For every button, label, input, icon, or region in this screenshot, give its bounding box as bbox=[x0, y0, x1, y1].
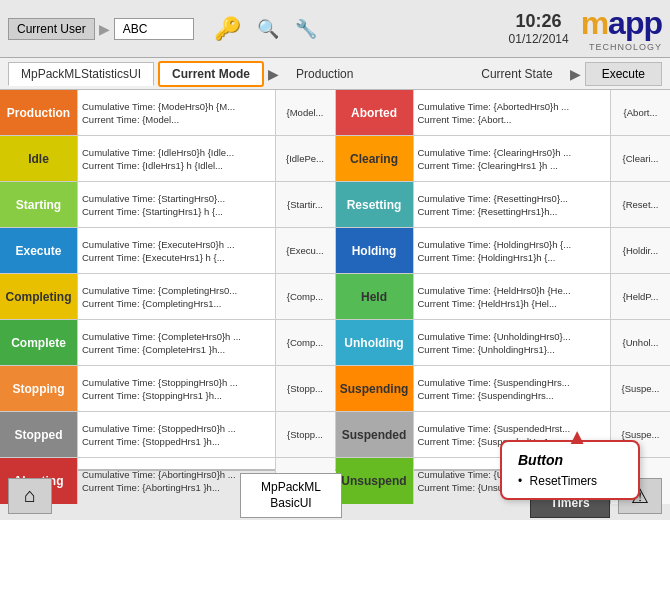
footer-mid: MpPackMLBasicUI bbox=[52, 473, 530, 518]
cumulative-time: Cumulative Time: {StoppingHrs0}h ... bbox=[82, 377, 271, 388]
header-left: Current User ▶ ABC 🔑 🔍 🔧 bbox=[8, 16, 509, 42]
cumulative-time: Cumulative Time: {HeldHrs0}h {He... bbox=[418, 285, 607, 296]
basic-ui-button[interactable]: MpPackMLBasicUI bbox=[240, 473, 342, 518]
nav-production[interactable]: Production bbox=[283, 62, 366, 86]
state-badge: Starting bbox=[0, 182, 78, 227]
key-icon[interactable]: 🔑 bbox=[214, 16, 241, 42]
cumulative-time: Cumulative Time: {SuspendingHrs... bbox=[418, 377, 607, 388]
right-state-row: Aborted Cumulative Time: {AbortedHrs0}h … bbox=[336, 90, 671, 136]
header: Current User ▶ ABC 🔑 🔍 🔧 10:26 01/12/201… bbox=[0, 0, 670, 58]
state-badge: Suspended bbox=[336, 412, 414, 457]
tooltip-popup: ▲ Button • ResetTimers bbox=[500, 440, 640, 500]
current-time: Current Time: {ClearingHrs1 }h ... bbox=[418, 160, 607, 171]
right-state-row: Resetting Cumulative Time: {ResettingHrs… bbox=[336, 182, 671, 228]
tooltip-item: • ResetTimers bbox=[518, 474, 622, 488]
state-value: {Abort... bbox=[610, 90, 670, 135]
state-badge: Idle bbox=[0, 136, 78, 181]
right-state-row: Holding Cumulative Time: {HoldingHrs0}h … bbox=[336, 228, 671, 274]
state-info: Cumulative Time: {IdleHrs0}h {Idle... Cu… bbox=[78, 136, 275, 181]
nav-arrow-2: ▶ bbox=[570, 66, 581, 82]
cumulative-time: Cumulative Time: {StartingHrs0}... bbox=[82, 193, 271, 204]
state-value: {Stopp... bbox=[275, 366, 335, 411]
state-info: Cumulative Time: {HeldHrs0}h {He... Curr… bbox=[414, 274, 611, 319]
user-label: Current User bbox=[8, 18, 95, 40]
state-badge: Held bbox=[336, 274, 414, 319]
settings-icon[interactable]: 🔧 bbox=[295, 18, 317, 40]
tooltip-bullet: • bbox=[518, 474, 522, 488]
user-value[interactable]: ABC bbox=[114, 18, 194, 40]
state-info: Cumulative Time: {StartingHrs0}... Curre… bbox=[78, 182, 275, 227]
left-state-row: Complete Cumulative Time: {CompleteHrs0}… bbox=[0, 320, 335, 366]
left-state-row: Stopping Cumulative Time: {StoppingHrs0}… bbox=[0, 366, 335, 412]
cumulative-time: Cumulative Time: {UnholdingHrs0}... bbox=[418, 331, 607, 342]
current-time: Current Time: {SuspendingHrs... bbox=[418, 390, 607, 401]
home-button[interactable]: ⌂ bbox=[8, 478, 52, 514]
nav-current-state[interactable]: Current State bbox=[468, 62, 565, 86]
state-badge: Aborted bbox=[336, 90, 414, 135]
left-state-row: Starting Cumulative Time: {StartingHrs0}… bbox=[0, 182, 335, 228]
current-time: Current Time: {HoldingHrs1}h {... bbox=[418, 252, 607, 263]
current-time: Current Time: {StartingHrs1} h {... bbox=[82, 206, 271, 217]
left-state-row: Stopped Cumulative Time: {StoppedHrs0}h … bbox=[0, 412, 335, 458]
cumulative-time: Cumulative Time: {ClearingHrs0}h ... bbox=[418, 147, 607, 158]
state-info: Cumulative Time: {StoppedHrs0}h ... Curr… bbox=[78, 412, 275, 457]
cumulative-time: Cumulative Time: {CompleteHrs0}h ... bbox=[82, 331, 271, 342]
left-state-row: Completing Cumulative Time: {CompletingH… bbox=[0, 274, 335, 320]
nav-arrow-1: ▶ bbox=[268, 66, 279, 82]
state-value: {Comp... bbox=[275, 274, 335, 319]
right-state-row: Unholding Cumulative Time: {UnholdingHrs… bbox=[336, 320, 671, 366]
state-info: Cumulative Time: {ResettingHrs0}... Curr… bbox=[414, 182, 611, 227]
current-time: Current Time: {Abort... bbox=[418, 114, 607, 125]
current-time: Current Time: {IdleHrs1} h {Idlel... bbox=[82, 160, 271, 171]
main-content: Production Cumulative Time: {ModeHrs0}h … bbox=[0, 90, 670, 470]
state-info: Cumulative Time: {HoldingHrs0}h {... Cur… bbox=[414, 228, 611, 273]
current-time: Current Time: {ExecuteHrs1} h {... bbox=[82, 252, 271, 263]
state-value: {Startir... bbox=[275, 182, 335, 227]
state-value: {Comp... bbox=[275, 320, 335, 365]
state-badge: Completing bbox=[0, 274, 78, 319]
state-value: {Suspe... bbox=[610, 366, 670, 411]
current-time: Current Time: {CompleteHrs1 }h... bbox=[82, 344, 271, 355]
current-time: Current Time: {UnholdingHrs1}... bbox=[418, 344, 607, 355]
current-time: Current Time: {StoppedHrs1 }h... bbox=[82, 436, 271, 447]
cumulative-time: Cumulative Time: {ExecuteHrs0}h ... bbox=[82, 239, 271, 250]
cumulative-time: Cumulative Time: {IdleHrs0}h {Idle... bbox=[82, 147, 271, 158]
current-time: Current Time: {HeldHrs1}h {Hel... bbox=[418, 298, 607, 309]
right-state-row: Clearing Cumulative Time: {ClearingHrs0}… bbox=[336, 136, 671, 182]
right-state-row: Held Cumulative Time: {HeldHrs0}h {He...… bbox=[336, 274, 671, 320]
state-info: Cumulative Time: {CompleteHrs0}h ... Cur… bbox=[78, 320, 275, 365]
cumulative-time: Cumulative Time: {AbortedHrs0}h ... bbox=[418, 101, 607, 112]
search-icon[interactable]: 🔍 bbox=[257, 18, 279, 40]
mapp-tech: TECHNOLOGY bbox=[589, 42, 662, 52]
state-badge: Suspending bbox=[336, 366, 414, 411]
state-value: {Reset... bbox=[610, 182, 670, 227]
state-badge: Production bbox=[0, 90, 78, 135]
current-time: Current Time: {Model... bbox=[82, 114, 271, 125]
state-badge: Holding bbox=[336, 228, 414, 273]
current-time: Current Time: {ResettingHrs1}h... bbox=[418, 206, 607, 217]
left-column: Production Cumulative Time: {ModeHrs0}h … bbox=[0, 90, 336, 469]
state-info: Cumulative Time: {AbortedHrs0}h ... Curr… bbox=[414, 90, 611, 135]
navbar: MpPackMLStatisticsUI Current Mode ▶ Prod… bbox=[0, 58, 670, 90]
state-value: {Model... bbox=[275, 90, 335, 135]
left-state-row: Execute Cumulative Time: {ExecuteHrs0}h … bbox=[0, 228, 335, 274]
arrow-icon: ▶ bbox=[99, 21, 110, 37]
state-badge: Clearing bbox=[336, 136, 414, 181]
cumulative-time: Cumulative Time: {ModeHrs0}h {M... bbox=[82, 101, 271, 112]
state-info: Cumulative Time: {ExecuteHrs0}h ... Curr… bbox=[78, 228, 275, 273]
left-state-row: Production Cumulative Time: {ModeHrs0}h … bbox=[0, 90, 335, 136]
state-value: {Unhol... bbox=[610, 320, 670, 365]
state-badge: Complete bbox=[0, 320, 78, 365]
state-badge: Execute bbox=[0, 228, 78, 273]
state-value: {Cleari... bbox=[610, 136, 670, 181]
cumulative-time: Cumulative Time: {CompletingHrs0... bbox=[82, 285, 271, 296]
nav-execute[interactable]: Execute bbox=[585, 62, 662, 86]
nav-current-mode[interactable]: Current Mode bbox=[158, 61, 264, 87]
right-state-row: Suspending Cumulative Time: {SuspendingH… bbox=[336, 366, 671, 412]
state-badge: Unholding bbox=[336, 320, 414, 365]
state-info: Cumulative Time: {ClearingHrs0}h ... Cur… bbox=[414, 136, 611, 181]
cumulative-time: Cumulative Time: {StoppedHrs0}h ... bbox=[82, 423, 271, 434]
mapp-logo: mapp bbox=[581, 5, 662, 42]
basic-ui-label: MpPackMLBasicUI bbox=[261, 480, 321, 510]
nav-page-name[interactable]: MpPackMLStatisticsUI bbox=[8, 62, 154, 86]
